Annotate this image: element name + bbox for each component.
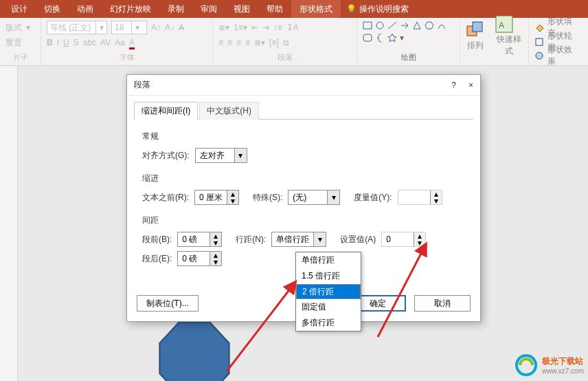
tab-slideshow[interactable]: 幻灯片放映 [102, 0, 159, 18]
tab-help[interactable]: 帮助 [258, 0, 291, 18]
indent-right-icon[interactable]: ⇥ [262, 23, 269, 32]
chevron-down-icon: ▾ [313, 232, 326, 246]
quick-style-icon: A [495, 14, 514, 34]
arrange-icon [466, 21, 485, 40]
grow-font-icon[interactable]: A↑ [151, 23, 161, 32]
tell-me-search[interactable]: 操作说明搜索 [357, 0, 417, 18]
group-general: 常规 对齐方式(G): 左对齐 ▾ [142, 131, 465, 163]
tab-design[interactable]: 设计 [3, 0, 36, 18]
underline-button[interactable]: U [63, 38, 69, 47]
tabstops-button[interactable]: 制表位(T)... [137, 295, 199, 312]
font-family-combo[interactable]: ▾ [47, 21, 107, 34]
watermark-url: www.xz7.com [542, 367, 584, 375]
shapes-more-icon[interactable]: ▾ [400, 33, 404, 43]
at-label: 设置值(A) [340, 234, 376, 246]
shape-brace-icon[interactable] [375, 33, 385, 43]
clear-format-icon[interactable]: A̶ [179, 23, 184, 32]
font-size-combo[interactable]: ▾ [111, 21, 147, 34]
outline-icon [534, 37, 543, 47]
bold-button[interactable]: B [47, 38, 53, 47]
effect-icon [534, 51, 543, 61]
chevron-down-icon: ▾ [234, 149, 247, 162]
shadow-button[interactable]: abc [83, 38, 96, 47]
svg-rect-3 [363, 34, 372, 41]
group-arrange: 排列 A 快速样式 [460, 18, 529, 65]
strike-button[interactable]: S [74, 38, 79, 47]
line-spacing-select[interactable]: 单倍行距 ▾ [271, 232, 326, 247]
shape-curve-icon[interactable] [437, 21, 446, 30]
smartart-icon[interactable]: ⧉ [283, 38, 289, 47]
alignment-select[interactable]: 左对齐 ▾ [195, 148, 247, 163]
shape-hexagon-icon[interactable] [425, 21, 434, 30]
tab-animation[interactable]: 动画 [69, 0, 102, 18]
watermark-logo-icon [514, 353, 538, 377]
align-text-icon[interactable]: [≡] [269, 38, 279, 47]
line-spacing-icon[interactable]: ↕≡ [273, 23, 282, 32]
spacing-title: 间距 [142, 215, 465, 226]
tab-transition[interactable]: 切换 [36, 0, 69, 18]
dialog-close-icon[interactable]: × [468, 80, 473, 90]
shrink-font-icon[interactable]: A↓ [165, 23, 174, 32]
dropdown-option[interactable]: 1.5 倍行距 [296, 268, 361, 284]
slide-panel[interactable] [0, 66, 18, 381]
fill-icon [534, 23, 543, 32]
tab-record[interactable]: 录制 [159, 0, 192, 18]
arrange-button[interactable]: 排列 [466, 21, 485, 52]
shape-line-icon[interactable] [387, 21, 397, 30]
tab-asian-layout[interactable]: 中文版式(H) [199, 102, 259, 120]
svg-point-1 [376, 22, 383, 29]
italic-button[interactable]: I [57, 38, 59, 47]
shape-star-icon[interactable] [387, 33, 397, 43]
spacing-button[interactable]: AV [100, 38, 111, 47]
spin-down-icon[interactable]: ▾ [227, 197, 238, 204]
layout-button[interactable]: 版式 [5, 22, 22, 34]
align-left-icon[interactable]: ≡ [218, 38, 223, 47]
before-text-spinner[interactable]: 0 厘米 ▴▾ [194, 190, 239, 205]
numbering-icon[interactable]: 1≡▾ [234, 23, 247, 32]
text-direction-icon[interactable]: ↧A [286, 23, 299, 32]
dropdown-option[interactable]: 固定值 [296, 299, 361, 315]
group-shapes: ▾ 绘图 [357, 18, 460, 65]
group-slides: 版式▾ 重置 片子 [0, 18, 41, 65]
dropdown-option-selected[interactable]: 2 倍行距 [296, 284, 361, 299]
watermark-text: 极光下载站 [542, 356, 583, 366]
tab-indent-spacing[interactable]: 缩进和间距(I) [134, 102, 198, 120]
space-after-spinner[interactable]: 0 磅 ▴▾ [177, 251, 222, 266]
special-select[interactable]: (无) ▾ [288, 190, 340, 205]
shape-arrow-icon[interactable] [400, 21, 409, 30]
columns-icon[interactable]: ≣▾ [254, 38, 265, 47]
indent-left-icon[interactable]: ⇤ [251, 23, 258, 32]
align-right-icon[interactable]: ≡ [236, 38, 241, 47]
dialog-title: 段落 [134, 79, 150, 91]
change-case-button[interactable]: Aa [115, 38, 125, 47]
group-indent: 缩进 文本之前(R): 0 厘米 ▴▾ 特殊(S): (无) ▾ 度量值(Y):… [142, 173, 465, 205]
tab-shape-format[interactable]: 形状格式 [291, 0, 341, 18]
group-font: ▾ ▾ A↑ A↓ A̶ B I U S abc AV Aa A 字体 [41, 18, 213, 65]
svg-marker-10 [159, 322, 229, 381]
shape-circle-icon[interactable] [375, 21, 385, 30]
space-before-spinner[interactable]: 0 磅 ▴▾ [177, 232, 222, 247]
tab-review[interactable]: 审阅 [192, 0, 225, 18]
space-after-label: 段后(E): [142, 253, 172, 265]
justify-icon[interactable]: ≡ [245, 38, 250, 47]
reset-button[interactable]: 重置 [5, 37, 22, 49]
shape-roundrect-icon[interactable] [363, 33, 372, 43]
svg-rect-0 [363, 22, 372, 29]
shape-triangle-icon[interactable] [412, 21, 422, 30]
bullets-icon[interactable]: ≣▾ [218, 23, 229, 32]
tab-view[interactable]: 视图 [225, 0, 258, 18]
dialog-help-icon[interactable]: ? [451, 80, 456, 90]
align-center-icon[interactable]: ≡ [227, 38, 232, 47]
space-before-label: 段前(B): [142, 234, 172, 246]
quick-style-button[interactable]: A 快速样式 [495, 14, 523, 57]
dropdown-option[interactable]: 单倍行距 [296, 252, 361, 268]
font-color-button[interactable]: A [129, 38, 135, 47]
dropdown-option[interactable]: 多倍行距 [296, 315, 361, 331]
cancel-button[interactable]: 取消 [414, 295, 471, 312]
shape-octagon[interactable] [157, 320, 232, 381]
shape-rect-icon[interactable] [363, 21, 372, 30]
group-label-slides: 片子 [5, 52, 35, 63]
shape-effect-button[interactable]: 形状效果 [547, 44, 578, 67]
line-spacing-label: 行距(N): [236, 234, 266, 246]
svg-rect-8 [536, 39, 543, 45]
